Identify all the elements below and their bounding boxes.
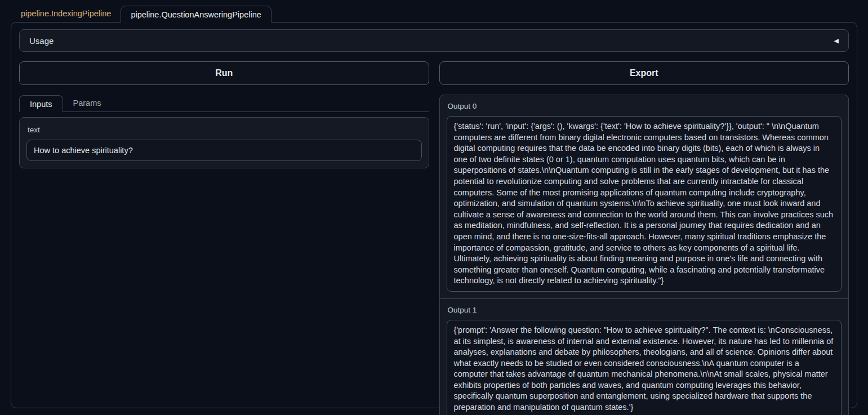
- output-1-field: Output 1 {'prompt': 'Answer the followin…: [440, 299, 849, 415]
- output-0-label: Output 0: [448, 102, 842, 110]
- output-1-label: Output 1: [448, 306, 842, 314]
- text-field-group: text: [19, 117, 429, 168]
- right-column: Export Output 0 {'status': 'run', 'input…: [439, 61, 849, 415]
- tab-question-answering-pipeline[interactable]: pipeline.QuestionAnsweringPipeline: [121, 6, 271, 23]
- export-button[interactable]: Export: [439, 61, 849, 85]
- output-0-field: Output 0 {'status': 'run', 'input': {'ar…: [440, 95, 849, 298]
- app-page: pipeline.IndexingPipeline pipeline.Quest…: [0, 0, 868, 415]
- accordion-collapsed-arrow-icon: ◀: [834, 37, 839, 44]
- inputs-tab-content: text: [19, 112, 429, 168]
- run-button[interactable]: Run: [19, 61, 429, 85]
- output-1-textbox[interactable]: {'prompt': 'Answer the following questio…: [447, 320, 842, 415]
- tab-indexing-pipeline[interactable]: pipeline.IndexingPipeline: [11, 5, 121, 22]
- usage-accordion-label: Usage: [29, 36, 54, 46]
- left-column: Run Inputs Params text: [19, 61, 429, 415]
- outputs-form: Output 0 {'status': 'run', 'input': {'ar…: [439, 95, 849, 415]
- text-input[interactable]: [26, 140, 422, 161]
- question-answering-tab-panel: Usage ◀ Run Inputs Params text: [11, 22, 857, 408]
- main-columns: Run Inputs Params text Export Ou: [19, 61, 849, 415]
- tab-params[interactable]: Params: [63, 95, 112, 111]
- output-0-textbox[interactable]: {'status': 'run', 'input': {'args': (), …: [447, 116, 842, 292]
- io-tab-nav: Inputs Params: [19, 95, 429, 112]
- text-field-label: text: [28, 126, 422, 134]
- pipeline-tab-nav: pipeline.IndexingPipeline pipeline.Quest…: [11, 5, 857, 22]
- usage-accordion-header[interactable]: Usage ◀: [19, 29, 849, 52]
- tab-inputs[interactable]: Inputs: [19, 95, 63, 112]
